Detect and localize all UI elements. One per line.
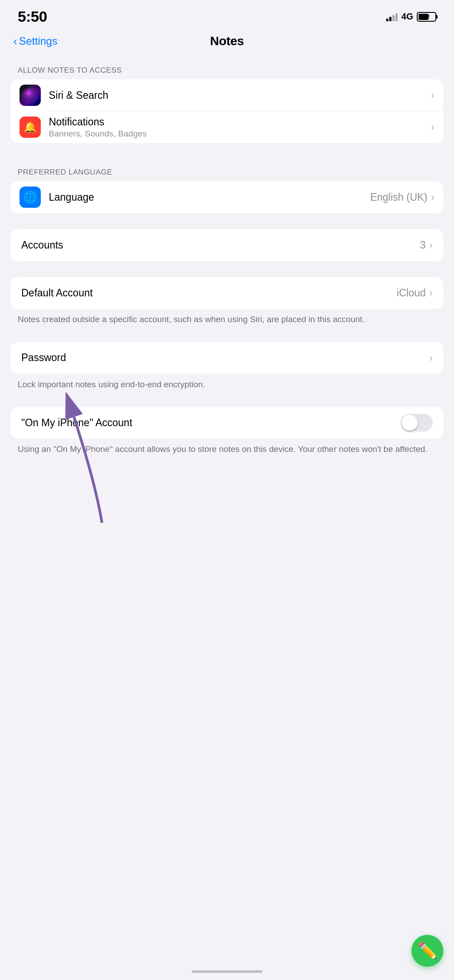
language-value: English (UK) [370, 191, 427, 203]
password-title: Password [21, 352, 429, 364]
language-group: 🌐 Language English (UK) › [11, 181, 443, 213]
section-allow-access-label: ALLOW NOTES TO ACCESS [0, 57, 454, 79]
password-item[interactable]: Password › [11, 342, 443, 374]
default-account-description: Notes created outside a specific account… [0, 309, 454, 326]
accounts-group: Accounts 3 › [11, 229, 443, 261]
language-item[interactable]: 🌐 Language English (UK) › [11, 181, 443, 213]
password-chevron-icon: › [429, 352, 433, 364]
password-group: Password › [11, 342, 443, 374]
password-description: Lock important notes using end-to-end en… [0, 374, 454, 391]
siri-search-title: Siri & Search [49, 89, 431, 101]
network-type: 4G [401, 12, 413, 22]
battery-icon: 62 [417, 12, 436, 22]
on-my-phone-title: "On My iPhone" Account [21, 417, 401, 429]
compose-icon: ✏️ [418, 941, 438, 960]
page-title: Notes [210, 34, 244, 48]
accounts-chevron-icon: › [429, 239, 433, 251]
on-my-phone-item[interactable]: "On My iPhone" Account [11, 407, 443, 439]
siri-icon [20, 85, 41, 106]
status-time: 5:50 [18, 8, 47, 25]
on-my-phone-toggle[interactable] [401, 414, 433, 432]
siri-search-item[interactable]: Siri & Search › [11, 79, 443, 111]
status-bar: 5:50 4G 62 [0, 0, 454, 30]
default-account-group: Default Account iCloud › [11, 277, 443, 309]
on-my-phone-group: "On My iPhone" Account [11, 407, 443, 439]
allow-access-group: Siri & Search › 🔔 Notifications Banners,… [11, 79, 443, 143]
fab-compose-button[interactable]: ✏️ [411, 935, 443, 967]
accounts-value: 3 [420, 239, 426, 251]
accounts-item[interactable]: Accounts 3 › [11, 229, 443, 261]
section-language-label: PREFERRED LANGUAGE [0, 159, 454, 181]
notifications-icon: 🔔 [20, 117, 41, 138]
default-account-value: iCloud [397, 287, 426, 299]
signal-bars-icon [386, 12, 398, 21]
language-chevron-icon: › [431, 191, 434, 203]
default-account-chevron-icon: › [429, 287, 433, 299]
default-account-title: Default Account [21, 287, 397, 299]
on-my-phone-description: Using an "On My iPhone" account allows y… [0, 439, 454, 456]
status-icons: 4G 62 [386, 12, 436, 22]
notifications-title: Notifications [49, 116, 431, 128]
back-button-label: Settings [19, 35, 58, 47]
notifications-subtitle: Banners, Sounds, Badges [49, 129, 431, 139]
language-title: Language [49, 191, 370, 203]
default-account-item[interactable]: Default Account iCloud › [11, 277, 443, 309]
nav-header: ‹ Settings Notes [0, 30, 454, 57]
language-icon: 🌐 [20, 187, 41, 208]
notifications-item[interactable]: 🔔 Notifications Banners, Sounds, Badges … [11, 111, 443, 143]
accounts-title: Accounts [21, 239, 420, 251]
back-chevron-icon: ‹ [13, 35, 17, 47]
home-indicator [192, 970, 262, 973]
siri-search-chevron-icon: › [431, 89, 434, 101]
back-button[interactable]: ‹ Settings [13, 35, 57, 47]
toggle-knob [402, 415, 418, 431]
notifications-chevron-icon: › [431, 121, 434, 133]
